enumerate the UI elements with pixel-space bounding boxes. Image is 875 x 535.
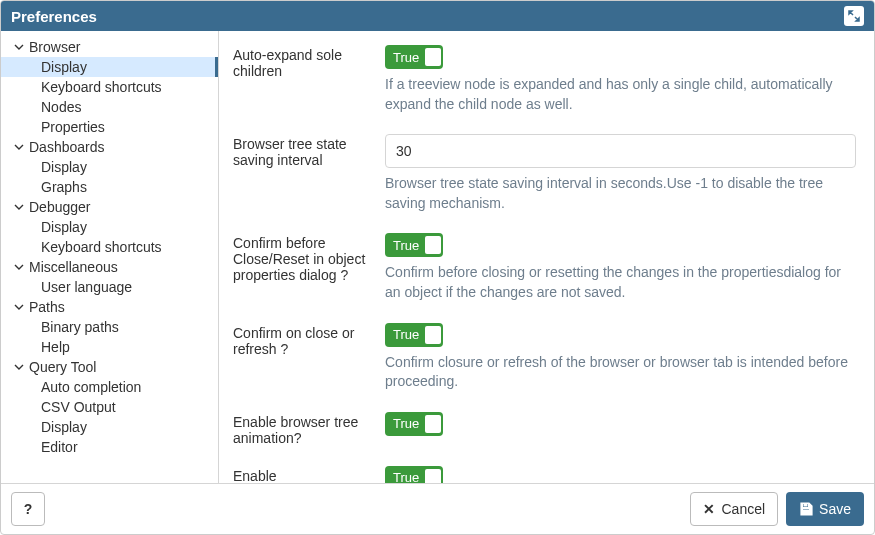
sidebar-tree[interactable]: BrowserDisplayKeyboard shortcutsNodesPro… <box>1 31 219 483</box>
tree-group-label: Browser <box>29 39 80 55</box>
tree-item[interactable]: Properties <box>1 117 218 137</box>
svg-rect-2 <box>804 504 808 507</box>
toggle-value: True <box>393 50 419 65</box>
setting-control: TrueIf a treeview node is expanded and h… <box>385 45 856 114</box>
save-button[interactable]: Save <box>786 492 864 526</box>
dialog-footer: ? ✕ Cancel Save <box>1 483 874 534</box>
tree-group[interactable]: Browser <box>1 37 218 57</box>
chevron-down-icon <box>13 202 25 212</box>
setting-label: Enable browser tree animation? <box>233 412 385 446</box>
toggle-switch[interactable]: True <box>385 412 443 436</box>
tree-item[interactable]: Display <box>1 57 218 77</box>
tree-item[interactable]: Auto completion <box>1 377 218 397</box>
tree-group-label: Query Tool <box>29 359 96 375</box>
tree-group-label: Miscellaneous <box>29 259 118 275</box>
cancel-button[interactable]: ✕ Cancel <box>690 492 778 526</box>
toggle-switch[interactable]: True <box>385 45 443 69</box>
toggle-knob <box>425 48 441 66</box>
toggle-value: True <box>393 470 419 483</box>
dialog-header: Preferences <box>1 1 874 31</box>
tree-item[interactable]: Keyboard shortcuts <box>1 77 218 97</box>
setting-row: Browser tree state saving intervalBrowse… <box>233 134 856 213</box>
chevron-down-icon <box>13 42 25 52</box>
tree-item[interactable]: Display <box>1 157 218 177</box>
tree-group[interactable]: Debugger <box>1 197 218 217</box>
chevron-down-icon <box>13 262 25 272</box>
setting-label: Confirm before Close/Reset in object pro… <box>233 233 385 283</box>
tree-group[interactable]: Dashboards <box>1 137 218 157</box>
setting-row: Confirm before Close/Reset in object pro… <box>233 233 856 302</box>
preferences-dialog: Preferences BrowserDisplayKeyboard short… <box>0 0 875 535</box>
help-button[interactable]: ? <box>11 492 45 526</box>
setting-help-text: Confirm before closing or resetting the … <box>385 263 856 302</box>
toggle-knob <box>425 326 441 344</box>
setting-help-text: If a treeview node is expanded and has o… <box>385 75 856 114</box>
tree-group[interactable]: Paths <box>1 297 218 317</box>
toggle-value: True <box>393 327 419 342</box>
setting-row: Auto-expand sole childrenTrueIf a treevi… <box>233 45 856 114</box>
tree-item[interactable]: Nodes <box>1 97 218 117</box>
tree-item[interactable]: Binary paths <box>1 317 218 337</box>
setting-control: Browser tree state saving interval in se… <box>385 134 856 213</box>
expand-icon <box>848 10 860 22</box>
tree-item[interactable]: Display <box>1 417 218 437</box>
setting-help-text: Confirm closure or refresh of the browse… <box>385 353 856 392</box>
help-icon: ? <box>24 501 33 517</box>
tree-item[interactable]: Keyboard shortcuts <box>1 237 218 257</box>
setting-label: Auto-expand sole children <box>233 45 385 79</box>
expand-button[interactable] <box>844 6 864 26</box>
tree-group-label: Paths <box>29 299 65 315</box>
chevron-down-icon <box>13 142 25 152</box>
tree-item[interactable]: CSV Output <box>1 397 218 417</box>
dialog-body: BrowserDisplayKeyboard shortcutsNodesPro… <box>1 31 874 483</box>
tree-item[interactable]: Display <box>1 217 218 237</box>
setting-label: Enable dialogue/notification animation? <box>233 466 385 483</box>
tree-group-label: Dashboards <box>29 139 105 155</box>
toggle-knob <box>425 236 441 254</box>
tree-item[interactable]: User language <box>1 277 218 297</box>
save-icon <box>799 502 813 516</box>
tree-item[interactable]: Graphs <box>1 177 218 197</box>
setting-control: TrueConfirm closure or refresh of the br… <box>385 323 856 392</box>
tree-item[interactable]: Editor <box>1 437 218 457</box>
setting-row: Enable browser tree animation?True <box>233 412 856 446</box>
setting-label: Confirm on close or refresh ? <box>233 323 385 357</box>
cancel-label: Cancel <box>721 501 765 517</box>
setting-help-text: Browser tree state saving interval in se… <box>385 174 856 213</box>
toggle-knob <box>425 415 441 433</box>
setting-row: Confirm on close or refresh ?TrueConfirm… <box>233 323 856 392</box>
tree-group[interactable]: Query Tool <box>1 357 218 377</box>
setting-control: True <box>385 466 856 483</box>
setting-label: Browser tree state saving interval <box>233 134 385 168</box>
toggle-value: True <box>393 238 419 253</box>
dialog-title: Preferences <box>11 8 97 25</box>
toggle-switch[interactable]: True <box>385 323 443 347</box>
setting-row: Enable dialogue/notification animation?T… <box>233 466 856 483</box>
toggle-knob <box>425 469 441 483</box>
close-icon: ✕ <box>703 501 715 517</box>
save-label: Save <box>819 501 851 517</box>
toggle-switch[interactable]: True <box>385 466 443 483</box>
text-input[interactable] <box>385 134 856 168</box>
toggle-value: True <box>393 416 419 431</box>
setting-control: True <box>385 412 856 436</box>
chevron-down-icon <box>13 362 25 372</box>
tree-group-label: Debugger <box>29 199 91 215</box>
toggle-switch[interactable]: True <box>385 233 443 257</box>
svg-rect-3 <box>803 510 809 515</box>
setting-control: TrueConfirm before closing or resetting … <box>385 233 856 302</box>
tree-group[interactable]: Miscellaneous <box>1 257 218 277</box>
settings-panel: Auto-expand sole childrenTrueIf a treevi… <box>219 31 874 483</box>
tree-item[interactable]: Help <box>1 337 218 357</box>
chevron-down-icon <box>13 302 25 312</box>
